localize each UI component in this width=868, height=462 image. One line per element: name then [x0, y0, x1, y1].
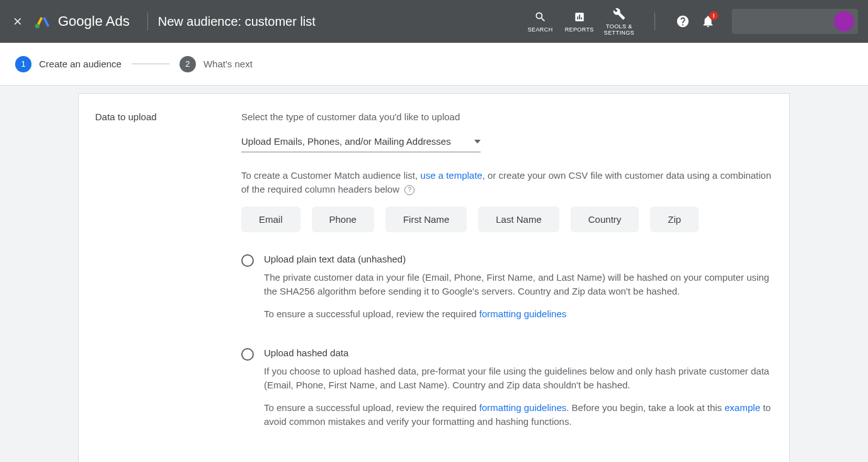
radio-hashed[interactable]	[241, 348, 254, 361]
chip-email: Email	[241, 206, 300, 232]
account-switcher[interactable]	[732, 9, 858, 34]
data-to-upload-card: Data to upload Select the type of custom…	[78, 93, 790, 462]
option-body: Upload plain text data (unhashed) The pr…	[264, 254, 773, 330]
app-header: Google Ads New audience: customer list S…	[0, 0, 868, 43]
notification-badge: !	[709, 11, 718, 20]
template-description: To create a Customer Match audience list…	[241, 169, 773, 196]
chevron-down-icon	[474, 140, 481, 144]
divider	[147, 13, 148, 30]
use-template-link[interactable]: use a template	[420, 170, 482, 181]
logo: Google Ads	[34, 13, 130, 30]
search-button[interactable]: SEARCH	[526, 10, 555, 33]
chip-phone: Phone	[312, 206, 374, 232]
reports-icon	[573, 10, 586, 24]
reports-label: REPORTS	[565, 26, 594, 33]
section-label: Data to upload	[95, 111, 241, 455]
notifications-button[interactable]: !	[700, 14, 716, 29]
option-title: Upload hashed data	[264, 347, 773, 358]
header-tools: SEARCH REPORTS TOOLS &SETTINGS !	[526, 7, 858, 36]
card-content: Select the type of customer data you'd l…	[241, 111, 773, 455]
intro-text: Select the type of customer data you'd l…	[241, 111, 773, 122]
svg-rect-4	[581, 18, 582, 20]
svg-rect-3	[579, 14, 580, 20]
option-note: To ensure a successful upload, review th…	[264, 307, 773, 321]
upload-type-dropdown[interactable]: Upload Emails, Phones, and/or Mailing Ad…	[241, 132, 481, 152]
option-description: If you choose to upload hashed data, pre…	[264, 364, 773, 392]
step-number: 2	[180, 56, 196, 72]
help-icon	[676, 14, 690, 28]
radio-plain-text[interactable]	[241, 254, 254, 267]
chip-first-name: First Name	[385, 206, 467, 232]
page-title: New audience: customer list	[158, 14, 316, 29]
close-icon	[12, 16, 23, 27]
divider	[654, 13, 655, 30]
formatting-guidelines-link[interactable]: formatting guidelines	[479, 308, 566, 319]
close-button[interactable]	[10, 14, 25, 29]
wrench-icon	[612, 7, 626, 21]
reports-button[interactable]: REPORTS	[565, 10, 594, 33]
dropdown-value: Upload Emails, Phones, and/or Mailing Ad…	[241, 136, 468, 147]
google-ads-logo-icon	[34, 13, 52, 30]
option-description: The private customer data in your file (…	[264, 271, 773, 298]
chip-zip: Zip	[650, 206, 699, 232]
stepper: 1 Create an audience 2 What's next	[0, 43, 868, 86]
step-label: Create an audience	[39, 59, 122, 69]
svg-rect-2	[577, 16, 578, 20]
column-header-chips: Email Phone First Name Last Name Country…	[241, 206, 773, 232]
search-label: SEARCH	[528, 26, 553, 33]
step-label: What's next	[203, 59, 253, 69]
option-body: Upload hashed data If you choose to uplo…	[264, 347, 773, 437]
step-number: 1	[15, 56, 31, 72]
step-whats-next[interactable]: 2 What's next	[180, 56, 253, 72]
tools-settings-label: TOOLS &SETTINGS	[604, 23, 634, 36]
search-icon	[534, 10, 547, 24]
logo-text: Google Ads	[58, 13, 130, 30]
step-create-audience[interactable]: 1 Create an audience	[15, 56, 122, 72]
tools-settings-button[interactable]: TOOLS &SETTINGS	[604, 7, 634, 36]
option-note: To ensure a successful upload, review th…	[264, 401, 773, 429]
formatting-guidelines-link[interactable]: formatting guidelines	[479, 402, 566, 413]
option-hashed: Upload hashed data If you choose to uplo…	[241, 347, 773, 437]
example-link[interactable]: example	[724, 402, 760, 413]
help-button[interactable]	[675, 14, 690, 29]
option-title: Upload plain text data (unhashed)	[264, 254, 773, 264]
help-tooltip-icon[interactable]: ?	[404, 185, 414, 195]
chip-last-name: Last Name	[478, 206, 559, 232]
avatar[interactable]	[834, 11, 854, 31]
chip-country: Country	[571, 206, 639, 232]
svg-point-0	[35, 24, 40, 28]
option-plain-text: Upload plain text data (unhashed) The pr…	[241, 254, 773, 330]
step-connector	[132, 64, 169, 64]
